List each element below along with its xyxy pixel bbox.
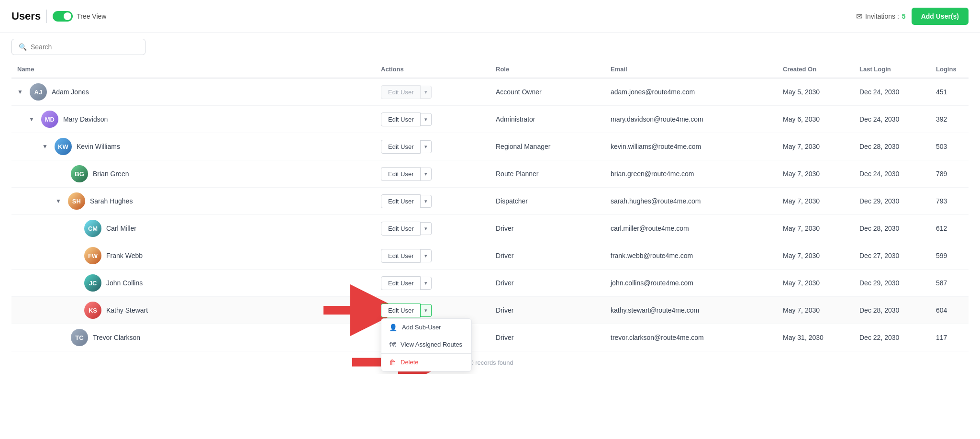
actions-cell: Edit User ▾ <box>375 106 490 133</box>
page-title: Users <box>11 10 41 23</box>
table-row: ▼ AJ Adam Jones Edit User ▾ Account Owne… <box>11 78 969 106</box>
search-input-wrapper: 🔍 <box>11 39 145 55</box>
tree-view-toggle[interactable] <box>53 11 73 22</box>
edit-user-button[interactable]: Edit User <box>381 140 421 154</box>
edit-user-dropdown-arrow[interactable]: ▾ <box>421 195 432 208</box>
email-cell: mary.davidson@route4me.com <box>605 106 777 133</box>
chevron-btn[interactable]: ▼ <box>17 89 23 95</box>
table-row: ▼ SH Sarah Hughes Edit User ▾ Dispatcher… <box>11 188 969 215</box>
search-icon: 🔍 <box>19 43 27 51</box>
role-cell: Driver <box>490 297 605 324</box>
table-row: JC John Collins Edit User ▾ Driverjohn.c… <box>11 270 969 297</box>
avatar: KW <box>55 138 72 155</box>
created-on-cell: May 7, 2030 <box>777 188 854 215</box>
chevron-btn[interactable]: ▼ <box>42 143 48 150</box>
actions-cell: Edit User ▾ <box>375 215 490 242</box>
name-cell: ▼ AJ Adam Jones <box>11 78 375 106</box>
name-cell: ▼ SH Sarah Hughes <box>11 188 375 215</box>
created-on-cell: May 31, 2030 <box>777 324 854 351</box>
role-cell: Driver <box>490 270 605 297</box>
email-cell: adam.jones@route4me.com <box>605 78 777 106</box>
actions-cell: Edit User ▾ <box>375 270 490 297</box>
footer-note: 10 records found <box>11 351 969 374</box>
view-routes-icon: 🗺 <box>389 341 396 349</box>
logins-cell: 599 <box>930 242 969 270</box>
edit-user-dropdown-arrow[interactable]: ▾ <box>421 222 432 235</box>
logins-cell: 117 <box>930 324 969 351</box>
user-name: Sarah Hughes <box>90 197 133 205</box>
email-cell: brian.green@route4me.com <box>605 160 777 188</box>
user-name: John Collins <box>106 279 143 287</box>
dropdown-menu: 👤 Add Sub-User 🗺 View Assigned Routes 🗑 … <box>381 318 472 371</box>
add-sub-user-item[interactable]: 👤 Add Sub-User <box>381 319 471 336</box>
edit-user-dropdown-arrow[interactable]: ▾ <box>421 168 432 180</box>
edit-user-button[interactable]: Edit User <box>381 304 421 317</box>
created-on-cell: May 6, 2030 <box>777 106 854 133</box>
last-login-cell: Dec 28, 2030 <box>854 133 930 160</box>
table-row: FW Frank Webb Edit User ▾ Driverfrank.we… <box>11 242 969 270</box>
role-cell: Regional Manager <box>490 133 605 160</box>
col-last-login: Last Login <box>854 61 930 78</box>
created-on-cell: May 7, 2030 <box>777 133 854 160</box>
avatar: CM <box>84 220 101 237</box>
edit-user-button[interactable]: Edit User <box>381 113 421 126</box>
search-bar: 🔍 <box>0 33 980 61</box>
delete-icon: 🗑 <box>389 359 396 366</box>
col-actions: Actions <box>375 61 490 78</box>
delete-item[interactable]: 🗑 Delete <box>381 354 471 371</box>
header-left: Users Tree View <box>11 10 106 23</box>
user-name: Trevor Clarkson <box>93 334 140 341</box>
action-btn-wrapper: Edit User ▾ <box>381 276 484 290</box>
user-name: Frank Webb <box>106 252 143 259</box>
action-btn-wrapper: Edit User ▾ <box>381 140 484 154</box>
email-cell: carl.miller@route4me.com <box>605 215 777 242</box>
tree-view-toggle-wrapper: Tree View <box>53 11 106 22</box>
add-users-button[interactable]: Add User(s) <box>912 8 969 25</box>
header-right: ✉ Invitations : 5 Add User(s) <box>856 8 969 25</box>
logins-cell: 612 <box>930 215 969 242</box>
actions-cell: Edit User ▾ <box>375 188 490 215</box>
last-login-cell: Dec 29, 2030 <box>854 188 930 215</box>
user-name: Kevin Williams <box>77 143 120 150</box>
action-btn-wrapper: Edit User ▾ <box>381 113 484 126</box>
search-input[interactable] <box>31 43 138 51</box>
avatar: AJ <box>30 83 47 101</box>
name-cell: BG Brian Green <box>11 160 375 188</box>
logins-cell: 392 <box>930 106 969 133</box>
action-btn-wrapper: Edit User ▾ <box>381 167 484 181</box>
table-row: TC Trevor Clarkson Edit User ▾ Drivertre… <box>11 324 969 351</box>
edit-user-button[interactable]: Edit User <box>381 167 421 181</box>
role-cell: Dispatcher <box>490 188 605 215</box>
edit-user-dropdown-arrow[interactable]: ▾ <box>421 113 432 126</box>
invitations-count[interactable]: 5 <box>902 12 906 20</box>
created-on-cell: May 7, 2030 <box>777 215 854 242</box>
actions-cell: Edit User ▾ <box>375 133 490 160</box>
edit-user-dropdown-arrow[interactable]: ▾ <box>421 140 432 153</box>
view-assigned-routes-item[interactable]: 🗺 View Assigned Routes <box>381 336 471 353</box>
add-sub-user-icon: 👤 <box>389 324 397 331</box>
edit-user-dropdown-arrow[interactable]: ▾ <box>421 249 432 262</box>
edit-user-dropdown-arrow[interactable]: ▾ <box>421 277 432 290</box>
edit-user-button[interactable]: Edit User <box>381 276 421 290</box>
edit-user-button[interactable]: Edit User <box>381 222 421 236</box>
chevron-btn[interactable]: ▼ <box>29 116 34 123</box>
table-row: ▼ MD Mary Davidson Edit User ▾ Administr… <box>11 106 969 133</box>
role-cell: Driver <box>490 215 605 242</box>
logins-cell: 793 <box>930 188 969 215</box>
edit-user-dropdown-arrow[interactable]: ▾ <box>421 304 432 317</box>
logins-cell: 503 <box>930 133 969 160</box>
name-cell: FW Frank Webb <box>11 242 375 270</box>
chevron-btn[interactable]: ▼ <box>56 198 61 204</box>
edit-user-button[interactable]: Edit User <box>381 194 421 208</box>
created-on-cell: May 7, 2030 <box>777 297 854 324</box>
name-cell: JC John Collins <box>11 270 375 297</box>
avatar: TC <box>71 329 88 346</box>
action-btn-wrapper: Edit User ▾ <box>381 249 484 263</box>
invitations-label: Invitations : <box>865 12 899 20</box>
last-login-cell: Dec 24, 2030 <box>854 78 930 106</box>
last-login-cell: Dec 29, 2030 <box>854 270 930 297</box>
edit-user-button[interactable]: Edit User <box>381 249 421 263</box>
role-cell: Driver <box>490 324 605 351</box>
email-cell: sarah.hughes@route4me.com <box>605 188 777 215</box>
email-cell: kathy.stewart@route4me.com <box>605 297 777 324</box>
